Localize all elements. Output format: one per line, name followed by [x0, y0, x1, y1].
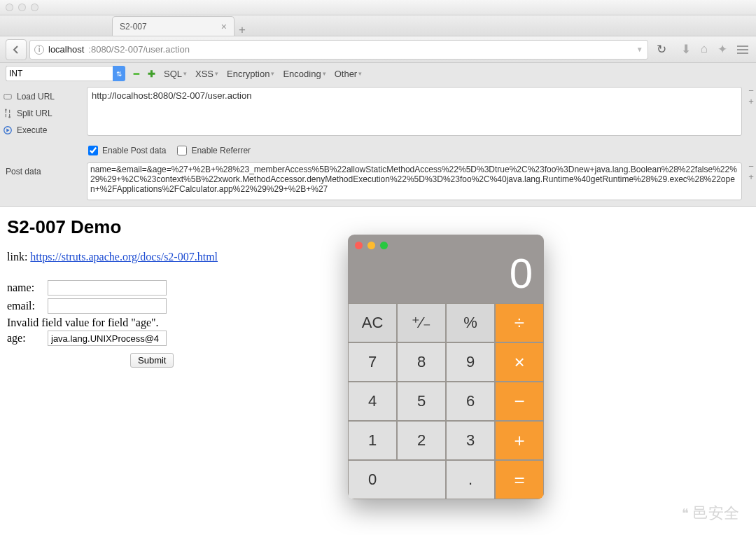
age-label: age:	[7, 332, 48, 345]
window-maximize-icon[interactable]	[31, 4, 38, 11]
hackbar-split-url[interactable]: Split URL	[3, 105, 80, 122]
hackbar-menu-sql[interactable]: SQL▾	[164, 69, 187, 79]
calc-5-button[interactable]: 5	[397, 382, 446, 421]
back-arrow-icon	[11, 45, 21, 55]
svg-point-1	[5, 109, 7, 111]
calc-8-button[interactable]: 8	[397, 342, 446, 382]
calc-4-button[interactable]: 4	[348, 382, 397, 421]
calc-9-button[interactable]: 9	[446, 342, 495, 382]
enable-referrer-checkbox[interactable]	[177, 146, 187, 155]
calc-maximize-icon[interactable]	[380, 242, 388, 249]
execute-icon	[3, 125, 13, 135]
calc-6-button[interactable]: 6	[446, 382, 495, 421]
calc-2-button[interactable]: 2	[397, 421, 446, 460]
age-input[interactable]	[48, 331, 167, 346]
window-titlebar	[0, 0, 756, 15]
tab-bar: S2-007 × +	[0, 15, 756, 36]
tab-close-icon[interactable]: ×	[221, 21, 227, 32]
url-toolbar: i localhost:8080/S2-007/user.action ▼ ↻ …	[0, 36, 756, 63]
calc-equals-button[interactable]: =	[495, 460, 544, 499]
calculator-display: 0	[510, 249, 533, 298]
reference-link[interactable]: https://struts.apache.org/docs/s2-007.ht…	[30, 251, 218, 263]
hackbar-select-arrows-icon[interactable]: ⇅	[113, 66, 125, 81]
post-data-label: Post data	[0, 160, 83, 182]
menu-icon[interactable]	[735, 40, 750, 59]
calc-divide-button[interactable]: ÷	[495, 303, 544, 342]
calc-multiply-button[interactable]: ×	[495, 342, 544, 382]
svg-point-2	[8, 116, 10, 118]
calc-percent-button[interactable]: %	[446, 303, 495, 342]
hackbar-post-minus-icon[interactable]: −	[746, 161, 756, 172]
tab-active[interactable]: S2-007 ×	[112, 16, 234, 36]
toolbar-extra-icons: ⬇ ⌂ ✦	[679, 40, 750, 59]
calc-subtract-button[interactable]: −	[495, 382, 544, 421]
post-data-input[interactable]: name=&email=&age=%27+%2B+%28%23_memberAc…	[87, 162, 742, 200]
hackbar-load-url[interactable]: Load URL	[3, 88, 80, 105]
split-url-icon	[3, 109, 13, 118]
calc-dot-button[interactable]: .	[446, 460, 495, 499]
wechat-icon: ❝	[682, 506, 689, 521]
enable-post-label: Enable Post data	[102, 146, 166, 155]
hackbar-menu-xss[interactable]: XSS▾	[195, 69, 218, 79]
calculator-traffic-lights	[355, 242, 388, 249]
hackbar-remove-icon[interactable]: ━	[134, 69, 139, 79]
hackbar-options: Enable Post data Enable Referrer	[0, 143, 756, 160]
calculator-window[interactable]: 0 AC ⁺⁄₋ % ÷ 7 8 9 × 4 5 6 − 1 2 3 + 0 .…	[348, 235, 544, 499]
site-info-icon[interactable]: i	[34, 45, 44, 55]
hackbar-menu-encryption[interactable]: Encryption▾	[227, 69, 274, 79]
tab-title: S2-007	[120, 22, 147, 32]
hackbar-post-pm: − +	[746, 160, 756, 182]
hackbar-menu-other[interactable]: Other▾	[335, 69, 363, 79]
url-dropdown-icon[interactable]: ▼	[636, 46, 643, 53]
window-minimize-icon[interactable]	[18, 4, 26, 11]
window-close-icon[interactable]	[6, 4, 13, 11]
submit-button[interactable]: Submit	[130, 353, 174, 368]
hackbar-menu-encoding[interactable]: Encoding▾	[283, 69, 326, 79]
enable-post-checkbox[interactable]	[88, 146, 98, 155]
extension-icon[interactable]: ✦	[715, 40, 729, 59]
window-traffic-lights	[6, 4, 38, 11]
calc-minimize-icon[interactable]	[368, 242, 375, 249]
svg-rect-0	[4, 95, 12, 99]
url-field[interactable]: i localhost:8080/S2-007/user.action ▼	[29, 40, 648, 60]
hackbar-url-plus-icon[interactable]: +	[746, 96, 756, 106]
hackbar-url-minus-icon[interactable]: −	[746, 85, 756, 96]
calc-add-button[interactable]: +	[495, 421, 544, 460]
calc-close-icon[interactable]	[355, 242, 363, 249]
new-tab-button[interactable]: +	[239, 24, 246, 36]
hackbar-url-input[interactable]: http://localhost:8080/S2-007/user.action	[87, 87, 742, 136]
calc-1-button[interactable]: 1	[348, 421, 397, 460]
hackbar-add-icon[interactable]: ✚	[148, 69, 155, 79]
hackbar-execute[interactable]: Execute	[3, 122, 80, 139]
email-input[interactable]	[48, 298, 167, 314]
name-input[interactable]	[48, 280, 167, 296]
name-label: name:	[7, 282, 48, 294]
calc-3-button[interactable]: 3	[446, 421, 495, 460]
watermark: ❝ 邑安全	[682, 503, 739, 524]
back-button[interactable]	[6, 39, 27, 60]
hackbar-select[interactable]	[6, 66, 114, 81]
calculator-keypad: AC ⁺⁄₋ % ÷ 7 8 9 × 4 5 6 − 1 2 3 + 0 . =	[348, 303, 544, 499]
hackbar-post-plus-icon[interactable]: +	[746, 172, 756, 182]
home-icon[interactable]: ⌂	[699, 40, 710, 59]
link-prefix: link:	[7, 251, 30, 263]
url-path: :8080/S2-007/user.action	[88, 44, 190, 55]
reload-button[interactable]: ↻	[651, 39, 672, 60]
enable-referrer-label: Enable Referrer	[191, 146, 251, 155]
calculator-titlebar[interactable]: 0	[348, 235, 544, 303]
download-icon[interactable]: ⬇	[679, 40, 693, 59]
calc-ac-button[interactable]: AC	[348, 303, 397, 342]
hackbar-side: Load URL Split URL Execute	[0, 84, 83, 143]
calc-0-button[interactable]: 0	[348, 460, 446, 499]
load-url-icon	[3, 92, 13, 102]
calc-7-button[interactable]: 7	[348, 342, 397, 382]
hackbar-panel: ⇅ ━ ✚ SQL▾ XSS▾ Encryption▾ Encoding▾ Ot…	[0, 63, 756, 207]
hackbar-url-pm: − +	[746, 84, 756, 106]
hackbar-menu: ⇅ ━ ✚ SQL▾ XSS▾ Encryption▾ Encoding▾ Ot…	[0, 63, 756, 84]
calc-plusminus-button[interactable]: ⁺⁄₋	[397, 303, 446, 342]
email-label: email:	[7, 300, 48, 312]
url-host: localhost	[48, 44, 84, 55]
